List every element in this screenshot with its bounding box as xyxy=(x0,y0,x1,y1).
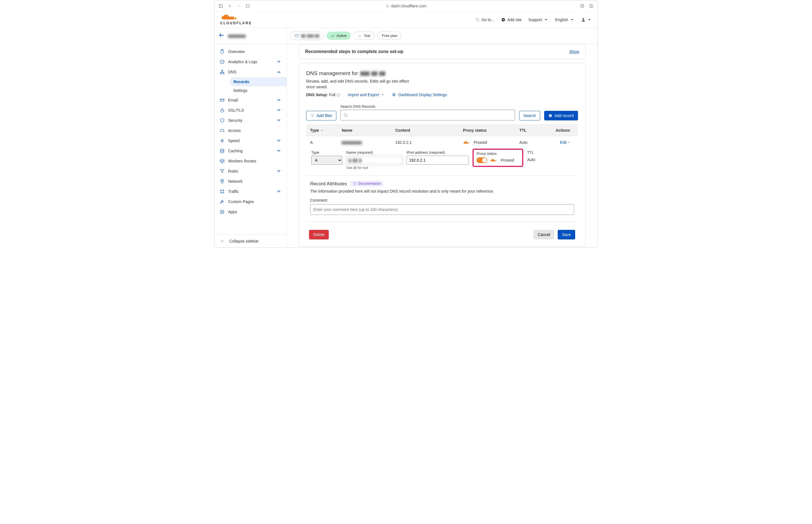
cell-ttl: Auto xyxy=(518,140,551,145)
add-filter-button[interactable]: Add filter xyxy=(306,111,336,120)
cell-type: A xyxy=(306,140,340,145)
plus-circle-icon xyxy=(501,17,506,22)
sidebar-item-workers-routes[interactable]: Workers Routes xyxy=(215,156,286,166)
proxy-highlight-box: Proxy status ✓ Proxied xyxy=(473,149,523,167)
sidebar-item-rules[interactable]: Rules xyxy=(215,166,286,176)
goto-button[interactable]: Go to... xyxy=(475,17,495,22)
proxy-toggle[interactable]: ✓ xyxy=(477,157,487,163)
svg-point-34 xyxy=(223,190,224,191)
sidebar-item-network[interactable]: Network xyxy=(215,176,286,186)
sidebar-item-records[interactable]: Records xyxy=(230,78,286,86)
type-select[interactable]: A xyxy=(311,156,342,165)
nav-reload-icon[interactable] xyxy=(245,3,251,9)
ip-input[interactable] xyxy=(407,156,468,165)
sidebar-item-speed[interactable]: Speed xyxy=(215,136,286,146)
comment-input[interactable] xyxy=(310,204,574,215)
gear-icon xyxy=(392,93,396,97)
star-button[interactable]: Star xyxy=(353,32,375,40)
svg-rect-19 xyxy=(220,73,221,74)
sidebar-toggle-icon[interactable] xyxy=(218,3,223,9)
check-icon xyxy=(331,34,335,38)
info-icon[interactable] xyxy=(336,93,340,97)
sidebar-item-security[interactable]: Security xyxy=(215,115,286,126)
support-button[interactable]: Support xyxy=(528,17,548,22)
svg-rect-18 xyxy=(221,70,223,71)
svg-point-33 xyxy=(220,190,221,191)
display-settings-button[interactable]: Dashboard Display Settings xyxy=(392,93,447,97)
sidebar-item-dns[interactable]: DNS xyxy=(215,67,286,77)
caret-down-icon xyxy=(567,141,570,144)
sidebar-item-traffic[interactable]: Traffic xyxy=(215,186,286,197)
bolt-icon xyxy=(220,138,225,143)
name-input[interactable] xyxy=(346,156,403,165)
table-header: Type Name Content Proxy status TTL Actio… xyxy=(306,125,578,136)
user-icon xyxy=(581,17,585,22)
caret-down-icon xyxy=(587,17,592,22)
edit-button[interactable]: Edit xyxy=(560,140,570,145)
reader-icon[interactable] xyxy=(579,3,585,9)
svg-line-29 xyxy=(220,160,222,161)
search-button[interactable]: Search xyxy=(519,111,540,120)
svg-point-35 xyxy=(220,192,221,193)
svg-rect-26 xyxy=(221,110,224,112)
add-site-button[interactable]: Add site xyxy=(501,17,521,22)
shield-icon xyxy=(220,118,225,123)
sidebar-item-custom-pages[interactable]: Custom Pages xyxy=(215,197,286,207)
rec-show-link[interactable]: Show xyxy=(569,49,579,54)
cloud-proxied-icon xyxy=(490,158,498,162)
page-desc: Review, add, and edit DNS records. Edits… xyxy=(306,79,411,90)
sidebar-item-overview[interactable]: Overview xyxy=(215,47,286,57)
tabs-icon[interactable] xyxy=(589,3,594,9)
back-to-sites-button[interactable] xyxy=(218,32,225,39)
doc-link[interactable]: Documentation xyxy=(351,181,383,186)
cancel-button[interactable]: Cancel xyxy=(533,230,554,240)
sidebar-item-ssl-tls[interactable]: SSL/TLS xyxy=(215,105,286,115)
col-type[interactable]: Type xyxy=(306,128,340,133)
col-proxy[interactable]: Proxy status xyxy=(461,128,518,133)
doc-icon xyxy=(353,182,357,185)
sidebar-item-apps[interactable]: Apps xyxy=(215,207,286,217)
sidebar-item-analytics-logs[interactable]: Analytics & Logs xyxy=(215,57,286,67)
collapse-sidebar-button[interactable]: Collapse sidebar xyxy=(215,234,286,248)
svg-point-42 xyxy=(221,211,223,213)
add-record-button[interactable]: Add record xyxy=(544,111,578,120)
svg-rect-2 xyxy=(386,6,388,7)
graph-icon xyxy=(220,189,225,194)
chevron-down-icon xyxy=(276,108,281,113)
language-button[interactable]: English xyxy=(555,17,574,22)
col-name[interactable]: Name xyxy=(340,128,394,133)
sidebar-item-access[interactable]: Access xyxy=(215,126,286,136)
chevron-down-icon xyxy=(276,59,281,64)
cloud-icon xyxy=(220,128,225,133)
attrs-desc: The information provided here will not i… xyxy=(310,189,574,194)
proxy-value: Proxied xyxy=(501,158,514,162)
sidebar-item-email[interactable]: Email xyxy=(215,95,286,105)
record-edit-form: Type A Name (required) Use @ for root IP… xyxy=(306,149,578,174)
nav-back-icon[interactable] xyxy=(227,3,233,9)
site-pill[interactable]: ▮▮ ▮▮▮ ▮▮ xyxy=(290,32,324,40)
col-ttl[interactable]: TTL xyxy=(518,128,551,133)
import-export-button[interactable]: Import and Export xyxy=(348,93,384,97)
sidebar-item-caching[interactable]: Caching xyxy=(215,146,286,156)
svg-point-49 xyxy=(393,94,395,95)
svg-line-52 xyxy=(347,116,347,117)
rec-title: Recommended steps to complete zone set-u… xyxy=(305,49,403,54)
search-input[interactable] xyxy=(340,110,515,120)
cell-content: 192.0.2.1 xyxy=(394,140,461,145)
svg-point-13 xyxy=(582,18,584,19)
proxy-label: Proxy status xyxy=(477,151,519,156)
delete-button[interactable]: Delete xyxy=(309,230,329,240)
svg-rect-3 xyxy=(581,4,584,7)
svg-point-51 xyxy=(344,114,347,116)
workers-icon xyxy=(220,159,225,164)
status-badge: Active xyxy=(327,32,350,40)
clipboard-icon xyxy=(220,49,225,54)
user-menu[interactable] xyxy=(581,17,592,22)
lock-icon xyxy=(220,108,225,113)
plan-badge[interactable]: Free plan xyxy=(378,32,401,40)
layers-icon xyxy=(220,148,225,153)
col-content[interactable]: Content xyxy=(394,128,461,133)
save-button[interactable]: Save xyxy=(558,230,575,240)
sidebar-item-settings[interactable]: Settings xyxy=(230,86,286,95)
cloudflare-logo[interactable]: CLOUDFLARE xyxy=(220,14,252,25)
